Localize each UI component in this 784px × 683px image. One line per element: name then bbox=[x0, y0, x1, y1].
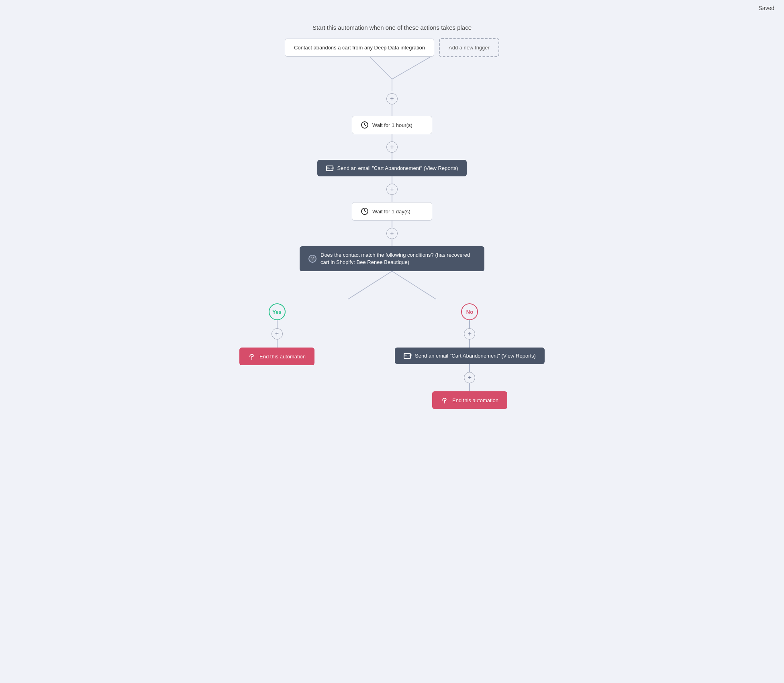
trigger-row: Contact abandons a cart from any Deep Da… bbox=[285, 38, 499, 57]
svg-line-0 bbox=[370, 57, 392, 79]
send-email-1-box[interactable]: Send an email "Cart Abandonement" (View … bbox=[317, 160, 467, 176]
clock-icon bbox=[361, 121, 368, 129]
automation-canvas: Start this automation when one of these … bbox=[0, 0, 784, 409]
clock-icon-2 bbox=[361, 208, 368, 215]
yes-branch: Yes + End this automation bbox=[239, 303, 314, 365]
svg-line-3 bbox=[348, 271, 392, 299]
condition-box[interactable]: ? Does the contact match the following c… bbox=[300, 246, 484, 271]
wait-1-hour-box[interactable]: Wait for 1 hour(s) bbox=[352, 116, 432, 134]
branch-svg bbox=[292, 271, 492, 303]
no-badge: No bbox=[461, 303, 478, 320]
connector-line bbox=[469, 339, 470, 348]
end-icon-2 bbox=[441, 397, 448, 404]
connector-line bbox=[469, 383, 470, 391]
wait-1-day-box[interactable]: Wait for 1 day(s) bbox=[352, 202, 432, 221]
add-trigger-button[interactable]: Add a new trigger bbox=[439, 38, 499, 57]
end-automation-yes-box[interactable]: End this automation bbox=[239, 348, 314, 365]
end-icon bbox=[248, 353, 255, 360]
saved-status: Saved bbox=[749, 0, 784, 16]
connector-line bbox=[392, 195, 392, 202]
connector-line bbox=[392, 134, 392, 141]
add-step-no-2[interactable]: + bbox=[464, 372, 475, 383]
no-branch: No + Send an email "Cart Abandonement" (… bbox=[395, 303, 545, 409]
mail-icon-2 bbox=[404, 353, 411, 359]
add-step-2[interactable]: + bbox=[386, 141, 398, 153]
connector-line bbox=[469, 320, 470, 328]
mail-icon bbox=[326, 166, 333, 171]
send-email-2-box[interactable]: Send an email "Cart Abandonement" (View … bbox=[395, 348, 545, 364]
add-step-yes[interactable]: + bbox=[272, 328, 283, 339]
add-step-no[interactable]: + bbox=[464, 328, 475, 339]
automation-header: Start this automation when one of these … bbox=[312, 24, 472, 31]
connector-line bbox=[469, 364, 470, 372]
connector-line bbox=[392, 221, 392, 228]
add-step-3[interactable]: + bbox=[386, 184, 398, 195]
connector-line bbox=[392, 104, 392, 116]
svg-point-5 bbox=[251, 359, 252, 360]
trigger-connector-svg bbox=[308, 57, 476, 93]
connector-line bbox=[392, 153, 392, 160]
svg-line-1 bbox=[392, 57, 430, 79]
question-icon: ? bbox=[308, 255, 316, 263]
add-step-1[interactable]: + bbox=[386, 93, 398, 104]
connector-line bbox=[277, 320, 278, 328]
connector-line bbox=[392, 239, 392, 246]
add-step-4[interactable]: + bbox=[386, 228, 398, 239]
svg-point-6 bbox=[444, 403, 445, 403]
connector-line bbox=[277, 339, 278, 348]
end-automation-no-box[interactable]: End this automation bbox=[432, 391, 507, 409]
trigger-box[interactable]: Contact abandons a cart from any Deep Da… bbox=[285, 39, 434, 57]
connector-line bbox=[392, 176, 392, 184]
yes-badge: Yes bbox=[269, 303, 286, 320]
svg-line-4 bbox=[392, 271, 436, 299]
branch-columns: Yes + End this automation No bbox=[239, 303, 545, 409]
